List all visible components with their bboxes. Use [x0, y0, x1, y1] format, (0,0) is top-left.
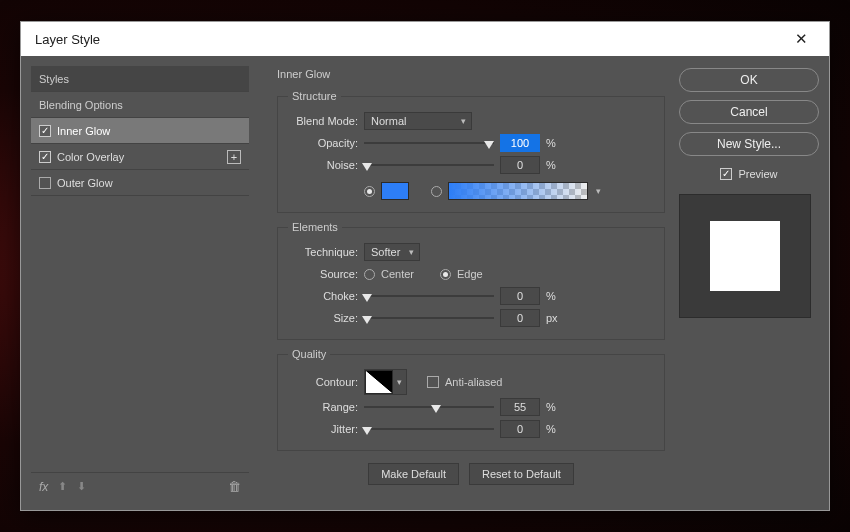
jitter-label: Jitter: [288, 423, 358, 435]
glow-gradient-picker[interactable] [448, 182, 588, 200]
window-title: Layer Style [35, 32, 100, 47]
close-icon[interactable]: ✕ [781, 30, 821, 48]
source-edge-radio[interactable] [440, 269, 451, 280]
quality-group: Quality Contour: ▾ Anti-aliased Range: 5… [277, 348, 665, 451]
jitter-input[interactable]: 0 [500, 420, 540, 438]
opacity-input[interactable]: 100 [500, 134, 540, 152]
style-item-label: Outer Glow [57, 177, 113, 189]
style-item-outer-glow[interactable]: Outer Glow [31, 170, 249, 196]
titlebar: Layer Style ✕ [21, 22, 829, 56]
style-item-color-overlay[interactable]: ✓ Color Overlay + [31, 144, 249, 170]
chevron-down-icon: ▾ [393, 377, 406, 387]
contour-picker[interactable]: ▾ [364, 369, 407, 395]
range-slider[interactable] [364, 400, 494, 414]
opacity-slider[interactable] [364, 136, 494, 150]
choke-label: Choke: [288, 290, 358, 302]
styles-header[interactable]: Styles [31, 66, 249, 92]
styles-panel: Styles Blending Options ✓ Inner Glow ✓ C… [31, 66, 249, 500]
group-legend: Structure [288, 90, 341, 102]
style-item-inner-glow[interactable]: ✓ Inner Glow [31, 118, 249, 144]
unit-label: % [546, 290, 566, 302]
source-center-radio[interactable] [364, 269, 375, 280]
anti-aliased-label: Anti-aliased [445, 376, 502, 388]
ok-button[interactable]: OK [679, 68, 819, 92]
preview-label: Preview [738, 168, 777, 180]
unit-label: % [546, 401, 566, 413]
size-label: Size: [288, 312, 358, 324]
preview-box [679, 194, 811, 318]
preview-checkbox[interactable]: ✓ [720, 168, 732, 180]
size-slider[interactable] [364, 311, 494, 325]
choke-slider[interactable] [364, 289, 494, 303]
blend-mode-label: Blend Mode: [288, 115, 358, 127]
elements-group: Elements Technique: Softer Source: Cente… [277, 221, 665, 340]
unit-label: % [546, 423, 566, 435]
blend-mode-select[interactable]: Normal [364, 112, 472, 130]
unit-label: % [546, 137, 566, 149]
checkbox-icon[interactable]: ✓ [39, 125, 51, 137]
blending-options-item[interactable]: Blending Options [31, 92, 249, 118]
style-item-label: Color Overlay [57, 151, 124, 163]
arrow-up-icon[interactable]: ⬆ [58, 480, 67, 493]
contour-swatch [365, 370, 393, 394]
glow-gradient-radio[interactable] [431, 186, 442, 197]
new-style-button[interactable]: New Style... [679, 132, 819, 156]
dialog-body: Styles Blending Options ✓ Inner Glow ✓ C… [21, 56, 829, 510]
source-label: Source: [288, 268, 358, 280]
size-input[interactable]: 0 [500, 309, 540, 327]
fx-icon[interactable]: fx [39, 480, 48, 494]
jitter-slider[interactable] [364, 422, 494, 436]
arrow-down-icon[interactable]: ⬇ [77, 480, 86, 493]
cancel-button[interactable]: Cancel [679, 100, 819, 124]
group-legend: Quality [288, 348, 330, 360]
settings-panel: Inner Glow Structure Blend Mode: Normal … [259, 66, 669, 500]
checkbox-icon[interactable] [39, 177, 51, 189]
plus-icon[interactable]: + [227, 150, 241, 164]
source-center-text: Center [381, 268, 414, 280]
settings-title: Inner Glow [277, 68, 665, 80]
noise-label: Noise: [288, 159, 358, 171]
range-input[interactable]: 55 [500, 398, 540, 416]
styles-footer: fx ⬆ ⬇ 🗑 [31, 472, 249, 500]
make-default-button[interactable]: Make Default [368, 463, 459, 485]
technique-select[interactable]: Softer [364, 243, 420, 261]
noise-input[interactable]: 0 [500, 156, 540, 174]
preview-row: ✓ Preview [679, 168, 819, 180]
anti-aliased-checkbox[interactable] [427, 376, 439, 388]
technique-label: Technique: [288, 246, 358, 258]
actions-panel: OK Cancel New Style... ✓ Preview [679, 66, 819, 500]
choke-input[interactable]: 0 [500, 287, 540, 305]
group-legend: Elements [288, 221, 342, 233]
glow-color-radio[interactable] [364, 186, 375, 197]
layer-style-dialog: Layer Style ✕ Styles Blending Options ✓ … [20, 21, 830, 511]
default-buttons-row: Make Default Reset to Default [277, 463, 665, 485]
chevron-down-icon[interactable]: ▾ [596, 186, 601, 196]
style-item-label: Inner Glow [57, 125, 110, 137]
reset-default-button[interactable]: Reset to Default [469, 463, 574, 485]
structure-group: Structure Blend Mode: Normal Opacity: 10… [277, 90, 665, 213]
source-edge-text: Edge [457, 268, 483, 280]
opacity-label: Opacity: [288, 137, 358, 149]
noise-slider[interactable] [364, 158, 494, 172]
preview-swatch [710, 221, 780, 291]
range-label: Range: [288, 401, 358, 413]
contour-label: Contour: [288, 376, 358, 388]
trash-icon[interactable]: 🗑 [228, 479, 241, 494]
unit-label: % [546, 159, 566, 171]
glow-color-swatch[interactable] [381, 182, 409, 200]
unit-label: px [546, 312, 566, 324]
checkbox-icon[interactable]: ✓ [39, 151, 51, 163]
